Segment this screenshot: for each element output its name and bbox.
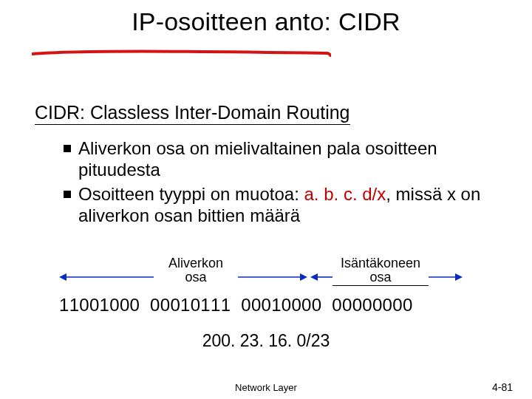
bullet-prefix: Osoitteen tyyppi on muotoa: bbox=[78, 184, 304, 204]
title-underline-red bbox=[32, 49, 331, 59]
footer-page-number: 4-81 bbox=[492, 381, 513, 393]
slide: IP-osoitteen anto: CIDR CIDR: Classless … bbox=[0, 7, 532, 399]
subheading-text: CIDR: Classless Inter-Domain Routing bbox=[35, 102, 350, 123]
svg-marker-3 bbox=[300, 273, 307, 281]
label-line: osa bbox=[369, 270, 391, 284]
bullet-marker-icon bbox=[64, 145, 71, 152]
cidr-diagram: Aliverkon osa Isäntäkoneen osa bbox=[59, 255, 473, 316]
bullet-item: Osoitteen tyyppi on muotoa: a. b. c. d/x… bbox=[64, 183, 492, 227]
bullet-item: Aliverkon osa on mielivaltainen pala oso… bbox=[64, 137, 492, 181]
subnet-part-label: Aliverkon osa bbox=[155, 256, 236, 284]
svg-marker-5 bbox=[310, 273, 318, 281]
label-line: Aliverkon bbox=[168, 256, 223, 270]
bullet-text: Osoitteen tyyppi on muotoa: a. b. c. d/x… bbox=[78, 183, 492, 227]
label-line: osa bbox=[185, 270, 206, 284]
bullet-text: Aliverkon osa on mielivaltainen pala oso… bbox=[78, 137, 492, 181]
binary-bits: 11001000 00010111 00010000 00000000 bbox=[59, 295, 473, 316]
footer-center: Network Layer bbox=[0, 382, 532, 393]
host-part-label: Isäntäkoneen osa bbox=[332, 256, 429, 286]
bullet-list: Aliverkon osa on mielivaltainen pala oso… bbox=[64, 137, 492, 228]
cidr-example-text: 200. 23. 16. 0/23 bbox=[0, 331, 532, 351]
cidr-format-red: a. b. c. d/x bbox=[304, 184, 386, 204]
bullet-marker-icon bbox=[64, 191, 71, 198]
svg-marker-1 bbox=[59, 273, 66, 281]
diagram-labels: Aliverkon osa Isäntäkoneen osa bbox=[59, 255, 473, 293]
slide-title: IP-osoitteen anto: CIDR bbox=[0, 7, 532, 36]
svg-marker-7 bbox=[455, 273, 463, 281]
subheading: CIDR: Classless Inter-Domain Routing bbox=[35, 102, 350, 125]
label-line: Isäntäkoneen bbox=[341, 256, 420, 270]
